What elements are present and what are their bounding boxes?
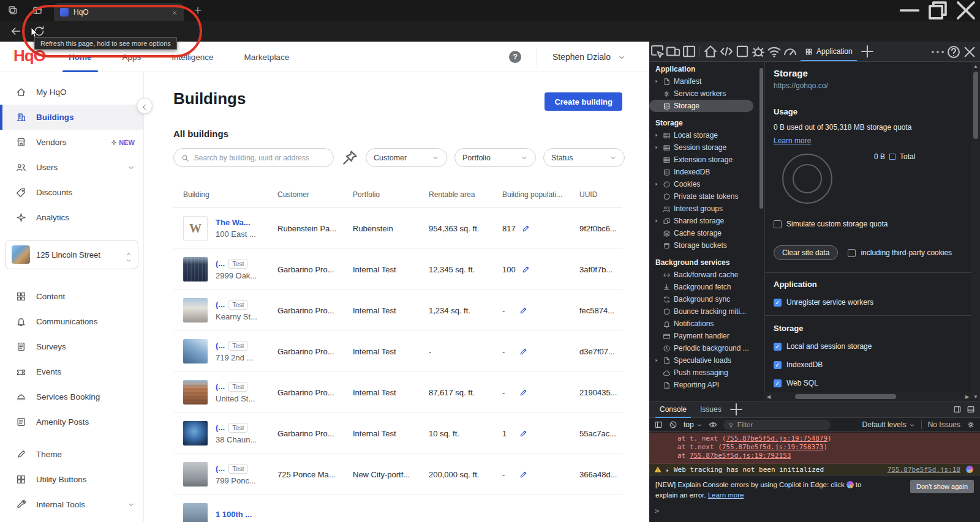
table-row[interactable]: (...TestKearny St...Garbarino Pro...Inte… (173, 290, 622, 331)
tab-elements-icon[interactable] (734, 42, 750, 61)
tab-debugger-icon[interactable] (750, 42, 766, 61)
tree-item-back-forward-cache[interactable]: Back/forward cache (649, 269, 758, 281)
table-row[interactable]: (...Test799 Ponc...725 Ponce Ma...New Ci… (173, 454, 622, 495)
third-party-cookies-checkbox[interactable] (848, 249, 856, 257)
sidebar-item-analytics[interactable]: Analytics (0, 205, 143, 230)
console-settings-icon[interactable] (967, 420, 975, 429)
tree-item-payment-handler[interactable]: Payment handler (649, 330, 758, 342)
expander-icon[interactable] (654, 145, 660, 150)
building-name-link[interactable]: (...Test (216, 382, 255, 392)
building-name-link[interactable]: The Wa... (216, 218, 256, 227)
devtools-help-icon[interactable] (946, 42, 962, 62)
tab-actions-icon[interactable] (32, 6, 42, 15)
scroll-left-icon[interactable]: ◀ (764, 392, 773, 401)
search-input[interactable] (194, 154, 326, 162)
restore-icon[interactable] (924, 0, 952, 21)
learn-more-link[interactable]: Learn more (774, 136, 811, 145)
tree-item-background-fetch[interactable]: Background fetch (649, 281, 758, 293)
scroll-right-icon[interactable]: ▶ (963, 392, 971, 401)
copilot-icon[interactable] (966, 466, 973, 473)
table-row[interactable]: (...Test2999 Oak...Garbarino Pro...Inter… (173, 249, 622, 290)
edit-population-icon[interactable] (522, 265, 530, 274)
expander-icon[interactable] (654, 79, 660, 84)
tree-item-cookies[interactable]: Cookies (649, 178, 758, 190)
clear-site-data-button[interactable]: Clear site data (774, 245, 838, 260)
tree-item-shared-storage[interactable]: Shared storage (649, 215, 758, 227)
tree-item-notifications[interactable]: Notifications (649, 318, 758, 330)
pane-vertical-scrollbar[interactable]: ▲ ▼ (971, 62, 980, 401)
stack-frame-link[interactable]: 755.87be5f5d.js:19:792153 (690, 452, 791, 460)
pane-horizontal-scrollbar[interactable]: ◀ ▶ (764, 392, 971, 401)
tree-item-private-state-tokens[interactable]: Private state tokens (649, 190, 758, 203)
inspect-icon[interactable] (649, 42, 665, 61)
table-row[interactable]: (...Test719 2nd ...Garbarino Pro...Inter… (173, 331, 622, 372)
minimize-icon[interactable] (895, 0, 924, 21)
tab-home-icon[interactable] (703, 42, 718, 61)
back-icon[interactable] (10, 25, 22, 37)
filter-select-portfolio[interactable]: Portfolio (454, 148, 536, 167)
building-name-link[interactable]: (...Test (216, 423, 257, 433)
tab-network-conditions-icon[interactable] (766, 42, 782, 61)
tab-performance-icon[interactable] (782, 42, 798, 61)
pin-filters-icon[interactable] (341, 149, 358, 166)
tree-item-session-storage[interactable]: Session storage (649, 141, 758, 154)
edit-population-icon[interactable] (519, 347, 528, 356)
add-console-tab-icon[interactable] (728, 400, 744, 419)
scroll-up-icon[interactable]: ▲ (971, 62, 980, 70)
hint-learn-more-link[interactable]: Learn more (708, 491, 744, 499)
building-name-link[interactable]: (...Test (216, 300, 257, 310)
expander-icon[interactable] (654, 218, 660, 223)
issues-counter[interactable]: No Issues (928, 420, 960, 429)
tree-section-application[interactable]: Application (649, 63, 758, 75)
sidebar-item-discounts[interactable]: Discounts (0, 180, 143, 205)
building-name-link[interactable]: 1 100th ... (216, 510, 252, 519)
edit-population-icon[interactable] (519, 429, 528, 438)
clear-console-icon[interactable] (669, 420, 677, 429)
sidebar-item-internal-tools[interactable]: Internal Tools (0, 492, 143, 517)
sidebar-item-users[interactable]: Users (0, 155, 143, 180)
device-emulation-icon[interactable] (665, 42, 681, 61)
stack-frame-link[interactable]: 755.87be5f5d.js:19:758373 (722, 443, 824, 451)
edit-population-icon[interactable] (519, 388, 528, 397)
sidebar-collapse-button[interactable] (137, 98, 153, 114)
sidebar-item-vendors[interactable]: VendorsNEW (0, 130, 143, 155)
stack-frame-link[interactable]: 755.87be5f5d.js:19:754879 (726, 434, 827, 442)
sidebar-item-communications[interactable]: Communications (0, 309, 143, 334)
context-selector[interactable]: top (684, 420, 703, 429)
devtools-close-icon[interactable] (962, 42, 978, 62)
user-menu[interactable]: Stephen Dzialo (552, 42, 625, 72)
table-row[interactable]: (...TestUnited St...Garbarino Pro...Inte… (173, 372, 622, 413)
console-tab-issues[interactable]: Issues (693, 401, 728, 418)
sidebar-item-services-booking[interactable]: Services Booking (0, 384, 143, 409)
tree-item-local-storage[interactable]: Local storage (649, 129, 758, 141)
tree-item-reporting-api[interactable]: Reporting API (649, 379, 758, 391)
tree-scrollbar[interactable] (758, 62, 764, 401)
web-sql-checkbox[interactable]: ✓ (774, 379, 782, 387)
browser-tab[interactable]: HqO (54, 3, 184, 21)
workspaces-icon[interactable] (8, 6, 18, 15)
default-levels-dropdown[interactable]: Default levels (862, 420, 915, 429)
dock-side-icon[interactable] (953, 405, 962, 414)
console-sidebar-icon[interactable] (654, 420, 663, 429)
sidebar-item-content[interactable]: Content (0, 284, 143, 309)
tree-item-service-workers[interactable]: Service workers (649, 88, 758, 100)
filter-select-customer[interactable]: Customer (366, 148, 447, 167)
tree-item-storage[interactable]: Storage (649, 100, 753, 112)
expander-icon[interactable] (654, 182, 660, 187)
tree-section-storage[interactable]: Storage (649, 117, 758, 129)
tree-item-storage-buckets[interactable]: Storage buckets (649, 239, 758, 252)
tab-sources-icon[interactable] (718, 42, 734, 61)
console-tab-console[interactable]: Console (653, 401, 693, 418)
edit-population-icon[interactable] (519, 306, 528, 315)
tab-close-icon[interactable] (172, 9, 178, 15)
local-and-session-storage-checkbox[interactable]: ✓ (774, 343, 782, 351)
indexeddb-checkbox[interactable]: ✓ (774, 361, 782, 369)
building-name-link[interactable]: (...Test (216, 341, 253, 351)
building-name-link[interactable]: (...Test (216, 259, 257, 269)
tree-item-extension-storage[interactable]: Extension storage (649, 154, 758, 166)
sidebar-item-amenity-posts[interactable]: Amenity Posts (0, 409, 143, 434)
simulate-quota-checkbox[interactable] (774, 220, 782, 228)
console-warning-row[interactable]: Web tracking has not been initialized 75… (649, 464, 980, 475)
live-expression-icon[interactable] (709, 420, 717, 429)
expand-warning-icon[interactable] (665, 467, 670, 472)
